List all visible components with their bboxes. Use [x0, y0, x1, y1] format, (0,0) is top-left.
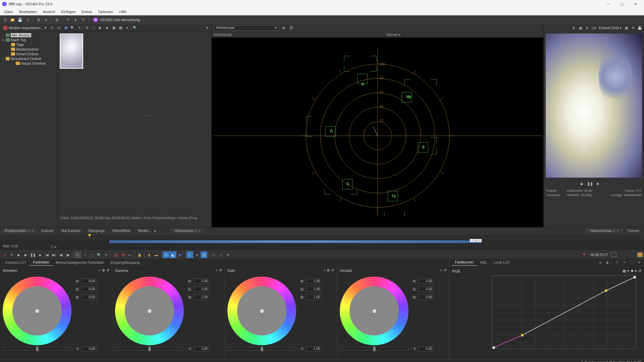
chevron-down-icon[interactable]: ▾ [194, 251, 200, 258]
new-project-icon[interactable]: 🗋 [2, 16, 9, 23]
cgtab-farbkurven[interactable]: Farbkurven [451, 259, 477, 266]
menu-hilfe[interactable]: Hilfe [116, 10, 129, 14]
open-icon[interactable]: 📂 [9, 16, 16, 23]
curve-grid-icon[interactable]: ▦ [623, 269, 626, 273]
g-value[interactable]: 0.00 [82, 287, 97, 292]
chevron-down-icon[interactable]: ▾ [627, 269, 629, 273]
play-icon[interactable]: ▶ [22, 251, 29, 258]
cgtab-hsl[interactable]: HSL [477, 259, 491, 265]
media-fx-icon[interactable]: ⬚ [91, 25, 97, 31]
r-value[interactable]: 1.00 [306, 279, 322, 284]
timeline-ruler[interactable] [0, 234, 644, 240]
cgtab-farbraeder[interactable]: Farbräder [30, 259, 52, 266]
preview-grid-icon[interactable]: ▦ [623, 25, 629, 31]
wheel-handle[interactable] [372, 309, 377, 313]
snap-u-icon[interactable]: U [163, 251, 169, 258]
g-value[interactable]: 1.00 [194, 287, 209, 292]
wheel-reset-icon[interactable]: ↺ [331, 268, 334, 273]
preview-gear-icon[interactable]: ⚙ [571, 25, 577, 31]
preview-stop-icon[interactable]: ■ [595, 181, 601, 187]
tool-a-icon[interactable]: ▤ [210, 251, 217, 258]
cg-expand-icon[interactable]: ⛶ [629, 259, 635, 265]
menu-bearbeiten[interactable]: Bearbeiten [16, 10, 40, 14]
properties-icon[interactable]: ⚙ [35, 16, 42, 23]
snap-marker-icon[interactable]: ▮▾ [177, 251, 183, 258]
wheel-picker-icon[interactable]: ⊕ [102, 268, 105, 273]
wheel-handle[interactable] [147, 309, 152, 313]
wheel-slider[interactable] [227, 347, 296, 350]
preview-fx-icon[interactable]: fx [584, 25, 590, 31]
tree-node-smart-ordner[interactable]: Smart-Ordner [0, 52, 57, 56]
cg-compare-icon[interactable]: ◐ [605, 259, 611, 265]
wheel-handle[interactable] [35, 309, 40, 313]
g-value[interactable]: 0.00 [419, 287, 434, 292]
marker-pin-icon[interactable]: 📍 [581, 251, 587, 258]
r-value[interactable]: 0.00 [82, 279, 97, 284]
chevron-down-icon[interactable]: ▾ [124, 25, 130, 31]
tree-node-alle-medien[interactable]: -Alle Medien [0, 33, 57, 38]
media-search-icon[interactable]: 🔍 [69, 25, 75, 31]
tab-medien[interactable]: Medien...▸ [135, 228, 159, 233]
chevron-down-icon[interactable]: ▾ [43, 16, 49, 23]
color-wheel[interactable] [115, 277, 184, 345]
redo-icon[interactable]: ↷ [79, 16, 86, 23]
loop-icon[interactable]: ↻ [8, 251, 15, 258]
menu-datei[interactable]: Datei [1, 10, 16, 14]
marker-icon[interactable]: ▮ [146, 251, 153, 258]
menu-ansicht[interactable]: Ansicht [40, 10, 58, 14]
undo-drop-icon[interactable]: ▾ [72, 16, 79, 23]
selection-edit-icon[interactable]: ⬚ [89, 251, 95, 258]
preview-external-icon[interactable]: ▣ [578, 25, 584, 31]
color-wheel[interactable] [227, 277, 296, 345]
play-start-icon[interactable]: ▶ [15, 251, 22, 258]
hub-logout-label[interactable]: VEGAS Hub Abmeldung [100, 18, 140, 22]
wheel-slider[interactable] [3, 347, 71, 350]
y-value[interactable]: 0.00 [419, 346, 434, 352]
tab-projektmedien[interactable]: Projektmedien⊏✕ [1, 228, 37, 233]
trim-end-icon[interactable]: ⬔ [119, 251, 126, 258]
color-wheel[interactable] [340, 277, 409, 345]
wheel-tool-icon[interactable]: ⫞ [215, 268, 217, 273]
rate-reset-icon[interactable]: ◫ ▴ [50, 244, 57, 249]
save-icon[interactable]: 💾 [17, 16, 23, 23]
media-refresh-icon[interactable]: ↻ [49, 25, 55, 31]
close-button[interactable]: ✕ [629, 0, 642, 8]
menu-extras[interactable]: Extras [78, 10, 95, 14]
copy-icon[interactable]: ⧉ [54, 16, 60, 23]
color-wheel[interactable] [3, 277, 71, 345]
media-thumbnail-area[interactable]: ⁞↔⁞ Video: 1508x1940x32; 30,000 fps; 00:… [58, 32, 211, 227]
envelope-tool-icon[interactable]: ⫞ [82, 251, 88, 258]
tree-node-tags[interactable]: Tags [0, 42, 57, 47]
media-remove-icon[interactable]: ✕ [76, 25, 82, 31]
tree-node-haupt-timeline[interactable]: Haupt-Timeline [0, 61, 57, 66]
r-value[interactable]: 1.00 [194, 279, 209, 284]
media-play-icon[interactable]: ▶ [97, 25, 103, 31]
media-tag-icon[interactable]: 🏷 [56, 25, 62, 31]
import-media-button[interactable]: Medien importieren... ▾ [1, 25, 49, 30]
preview-quality-dropdown[interactable]: Entwurf (Voll)▾ [599, 26, 621, 30]
tree-node-nach-typ[interactable]: +Nach Typ [0, 38, 57, 42]
timeline-clip[interactable]: +1:18:27 [109, 240, 482, 243]
scope-normal-dropdown[interactable]: Normal▾ [387, 33, 400, 37]
wheel-handle[interactable] [260, 309, 264, 313]
minimize-button[interactable]: ─ [602, 0, 615, 8]
trim-start-icon[interactable]: ⬕ [112, 251, 119, 258]
tree-node-medienordner[interactable]: Medienordner [0, 47, 57, 52]
cg-undo-icon[interactable]: ↶ [614, 259, 620, 265]
preview-snapshot-icon[interactable]: 💾 [637, 25, 643, 31]
stop-icon[interactable]: ■ [37, 251, 43, 258]
hub-icon[interactable]: H [93, 17, 98, 22]
preview-split-icon[interactable]: ◫▾ [591, 25, 597, 31]
tab-uebergaenge[interactable]: Übergänge [85, 228, 108, 233]
media-autoplay-icon[interactable]: ▣ [111, 25, 117, 31]
chevron-down-icon[interactable]: ▾ [635, 269, 637, 273]
search-icon[interactable]: 🔍 [132, 25, 138, 31]
maximize-button[interactable]: ▢ [615, 0, 629, 8]
b-value[interactable]: 0.00 [82, 295, 97, 300]
tool-b-icon[interactable]: ▥ [217, 251, 224, 258]
timeline-options-icon[interactable] [637, 252, 643, 257]
undo-icon[interactable]: ↶ [65, 16, 71, 23]
snap-grid-icon[interactable]: ◣ [170, 251, 176, 258]
media-stop-icon[interactable]: ■ [104, 25, 110, 31]
wheel-reset-icon[interactable]: ↺ [106, 268, 109, 273]
